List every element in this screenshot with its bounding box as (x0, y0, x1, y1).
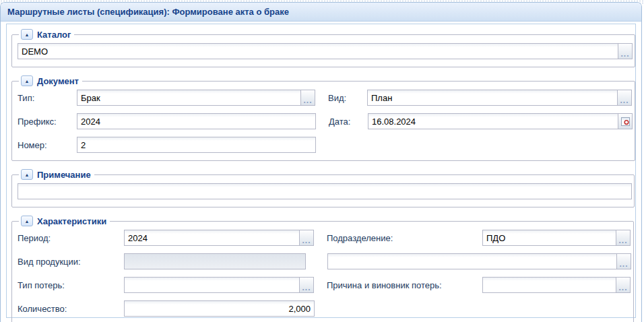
ellipsis-icon: ... (620, 96, 629, 105)
catalog-lookup-button[interactable]: ... (618, 43, 633, 59)
loss-type-lookup-button[interactable]: ... (299, 277, 314, 293)
ellipsis-icon: ... (618, 236, 627, 245)
period-label: Период: (18, 233, 124, 243)
collapse-arrow-icon: ▲ (25, 32, 30, 37)
collapse-button-note[interactable]: ▲ (21, 169, 33, 180)
quantity-input[interactable] (124, 300, 315, 317)
department-input[interactable] (482, 230, 616, 246)
date-picker-button[interactable] (618, 113, 633, 129)
section-note: ▲ Примечание (11, 169, 635, 207)
defect-act-window: Маршрутные листы (спецификация): Формиро… (0, 2, 642, 322)
ellipsis-icon: ... (303, 96, 312, 105)
ellipsis-icon: ... (619, 259, 628, 269)
section-title-characteristics: Характеристики (37, 216, 106, 226)
period-input[interactable] (124, 230, 300, 246)
ellipsis-icon: ... (302, 236, 311, 245)
collapse-button-characteristics[interactable]: ▲ (21, 216, 33, 226)
department-label: Подразделение: (327, 233, 482, 243)
loss-type-input[interactable] (124, 277, 300, 293)
characteristics-row-3: Тип потерь: ... Причина и виновник потер… (18, 277, 631, 293)
characteristics-row-2: Вид продукции: ... (18, 253, 631, 269)
document-row-3: Номер: (18, 137, 633, 153)
window-titlebar: Маршрутные листы (спецификация): Формиро… (1, 3, 641, 22)
period-lookup-button[interactable]: ... (299, 230, 314, 246)
ellipsis-icon: ... (618, 283, 627, 292)
note-row (18, 183, 632, 199)
section-characteristics: ▲ Характеристики Период: ... Подразделен… (11, 216, 634, 322)
type-input[interactable] (77, 90, 301, 106)
department-lookup-button[interactable]: ... (616, 230, 631, 246)
date-input[interactable] (368, 113, 618, 129)
kind-lookup-button[interactable]: ... (617, 90, 632, 106)
type-label: Тип: (18, 93, 77, 103)
catalog-row: ... (18, 43, 633, 59)
loss-reason-lookup-button[interactable]: ... (616, 277, 631, 293)
section-document: ▲ Документ Тип: ... Вид: ... (11, 75, 635, 161)
ellipsis-icon: ... (620, 49, 629, 59)
type-lookup-button[interactable]: ... (300, 90, 315, 106)
loss-reason-input[interactable] (482, 277, 616, 293)
calendar-icon (621, 117, 630, 126)
product-kind-label: Вид продукции: (18, 257, 124, 267)
section-title-document: Документ (37, 76, 79, 86)
characteristics-row-1: Период: ... Подразделение: ... (18, 230, 631, 246)
prefix-label: Префикс: (18, 117, 77, 127)
catalog-input[interactable] (18, 43, 618, 59)
document-row-2: Префикс: Дата: (18, 113, 633, 129)
kind-input[interactable] (367, 90, 618, 106)
product-kind-input (124, 253, 306, 269)
prefix-input[interactable] (77, 113, 316, 129)
form-panel: ▲ Каталог ... ▲ Документ (6, 24, 636, 318)
number-input[interactable] (77, 137, 316, 153)
collapse-button-catalog[interactable]: ▲ (21, 29, 33, 40)
ellipsis-icon: ... (302, 283, 311, 292)
note-input[interactable] (18, 183, 632, 199)
window-title: Маршрутные листы (спецификация): Формиро… (7, 7, 289, 17)
collapse-arrow-icon: ▲ (25, 219, 30, 224)
number-label: Номер: (18, 140, 77, 150)
loss-type-label: Тип потерь: (18, 280, 124, 290)
section-title-note: Примечание (37, 170, 91, 180)
kind-label: Вид: (328, 93, 367, 103)
section-catalog: ▲ Каталог ... (11, 29, 635, 67)
collapse-button-document[interactable]: ▲ (21, 75, 33, 86)
section-title-catalog: Каталог (37, 30, 71, 40)
document-row-1: Тип: ... Вид: ... (18, 90, 633, 106)
loss-reason-label: Причина и виновник потерь: (327, 280, 482, 290)
date-label: Дата: (329, 117, 368, 127)
quantity-label: Количество: (18, 304, 124, 314)
collapse-arrow-icon: ▲ (25, 79, 30, 84)
product-kind-code-input[interactable] (327, 253, 617, 269)
collapse-arrow-icon: ▲ (25, 172, 30, 177)
product-kind-lookup-button[interactable]: ... (616, 253, 631, 269)
characteristics-row-4: Количество: (18, 300, 631, 317)
